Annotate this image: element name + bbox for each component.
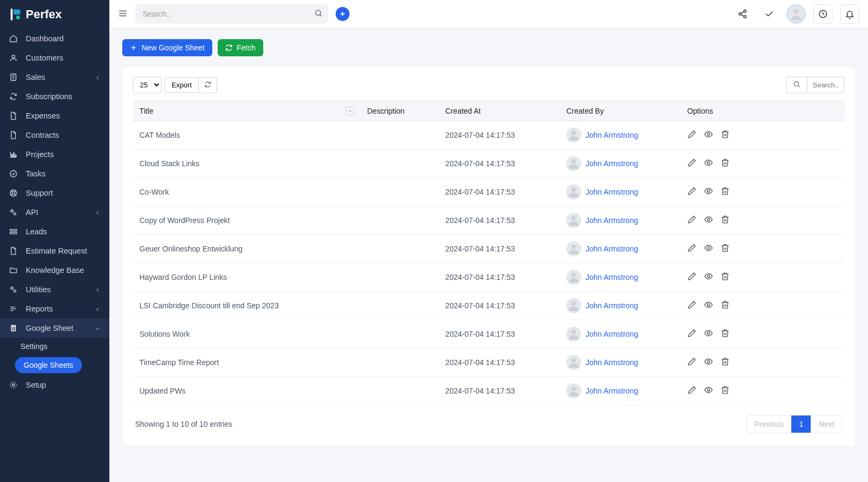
cell-title[interactable]: Updated PWs [133,377,361,405]
sidebar-item-expenses[interactable]: Expenses [0,106,109,125]
eye-icon[interactable] [704,272,713,283]
cell-title[interactable]: Copy of WordPress Projekt [133,206,361,235]
edit-icon[interactable] [687,158,696,169]
cell-title[interactable]: CAT Models [133,121,361,150]
edit-icon[interactable] [687,215,696,226]
edit-icon[interactable] [687,272,696,283]
user-link[interactable]: John Armstrong [585,273,638,281]
quick-add-button[interactable] [336,7,350,21]
sidebar-sub-google-sheets[interactable]: Google Sheets [15,357,82,373]
sidebar-item-knowledge-base[interactable]: Knowledge Base [0,261,109,280]
sidebar-item-sales[interactable]: Sales [0,68,109,87]
user-link[interactable]: John Armstrong [585,387,638,395]
user-link[interactable]: John Armstrong [585,188,638,196]
sidebar-item-reports[interactable]: Reports [0,299,109,318]
sidebar-sub-settings[interactable]: Settings [20,338,109,355]
trash-icon[interactable] [721,243,730,254]
table-row: LSI Cambridge Discount till end Sep 2023… [133,292,844,320]
fetch-button[interactable]: Fetch [218,39,263,56]
new-google-sheet-button[interactable]: New Google Sheet [122,39,212,56]
user-link[interactable]: John Armstrong [585,131,638,139]
edit-icon[interactable] [687,243,696,254]
pager-prev[interactable]: Previous [747,416,791,433]
share-icon[interactable] [733,4,752,24]
edit-icon[interactable] [687,300,696,311]
user-link[interactable]: John Armstrong [585,216,638,225]
eye-icon[interactable] [704,187,713,197]
cell-title[interactable]: LSI Cambridge Discount till end Sep 2023 [133,292,361,320]
sidebar-item-support[interactable]: Support [0,183,109,203]
sidebar-item-projects[interactable]: Projects [0,145,109,164]
col-created-at[interactable]: Created At [439,101,560,121]
topbar [109,0,868,28]
sidebar-item-setup[interactable]: Setup [0,375,109,395]
user-avatar-button[interactable] [787,4,806,24]
eye-icon[interactable] [704,357,713,368]
trash-icon[interactable] [721,357,730,368]
file-icon [9,72,18,82]
user-link[interactable]: John Armstrong [585,330,638,338]
pager-page-1[interactable]: 1 [791,416,811,433]
cell-title[interactable]: Co-Work [133,178,361,206]
trash-icon[interactable] [721,300,730,311]
svg-point-13 [12,191,14,194]
cell-options [681,206,844,235]
eye-icon[interactable] [704,385,713,396]
col-options[interactable]: Options [681,101,844,121]
pager-next[interactable]: Next [811,416,842,433]
bell-icon[interactable] [840,4,859,24]
sidebar-item-subscriptions[interactable]: Subscriptions [0,87,109,106]
cell-title[interactable]: Cloud Stack Links [133,150,361,178]
cell-title[interactable]: Hayward Gordon LP Links [133,263,361,292]
trash-icon[interactable] [721,187,730,197]
page-length-select[interactable]: 25 [133,77,161,93]
refresh-icon [9,92,18,101]
cell-title[interactable]: TimeCamp Time Report [133,348,361,377]
menu-toggle-button[interactable] [118,9,128,20]
search-input[interactable] [135,4,328,24]
trash-icon[interactable] [721,272,730,283]
table-search-icon[interactable] [786,77,807,93]
user-link[interactable]: John Armstrong [585,159,638,168]
user-link[interactable]: John Armstrong [585,301,638,310]
trash-icon[interactable] [721,329,730,339]
eye-icon[interactable] [704,300,713,311]
eye-icon[interactable] [704,329,713,339]
eye-icon[interactable] [704,130,713,140]
trash-icon[interactable] [721,215,730,226]
sidebar-item-utilities[interactable]: Utilities [0,280,109,299]
export-button[interactable]: Export [165,77,199,93]
edit-icon[interactable] [687,385,696,396]
user-link[interactable]: John Armstrong [585,244,638,253]
sidebar-item-contracts[interactable]: Contracts [0,125,109,145]
edit-icon[interactable] [687,357,696,368]
edit-icon[interactable] [687,329,696,339]
sidebar-item-google-sheet[interactable]: Google Sheet [0,318,109,338]
sidebar-item-dashboard[interactable]: Dashboard [0,29,109,48]
cell-title[interactable]: Geuer Onlineshop Entwicklung [133,235,361,263]
clock-icon[interactable] [813,4,833,24]
edit-icon[interactable] [687,187,696,197]
eye-icon[interactable] [704,243,713,254]
sidebar-item-leads[interactable]: Leads [0,222,109,241]
table-search-input[interactable] [807,77,844,93]
col-created-by[interactable]: Created By [560,101,681,121]
user-link[interactable]: John Armstrong [585,358,638,367]
sidebar-item-api[interactable]: API [0,203,109,222]
sidebar-item-customers[interactable]: Customers [0,48,109,68]
search-icon[interactable] [314,9,323,19]
edit-icon[interactable] [687,130,696,140]
check-icon[interactable] [760,4,779,24]
cell-title[interactable]: Solutions Work [133,320,361,348]
sidebar-item-tasks[interactable]: Tasks [0,164,109,183]
col-title[interactable]: Title [133,101,361,121]
trash-icon[interactable] [721,130,730,140]
brand-logo[interactable]: Perfex [0,0,109,29]
trash-icon[interactable] [721,158,730,169]
trash-icon[interactable] [721,385,730,396]
refresh-button[interactable] [199,77,217,93]
eye-icon[interactable] [704,215,713,226]
sidebar-item-estimate-request[interactable]: Estimate Request [0,241,109,261]
col-description[interactable]: Description [361,101,439,121]
eye-icon[interactable] [704,158,713,169]
